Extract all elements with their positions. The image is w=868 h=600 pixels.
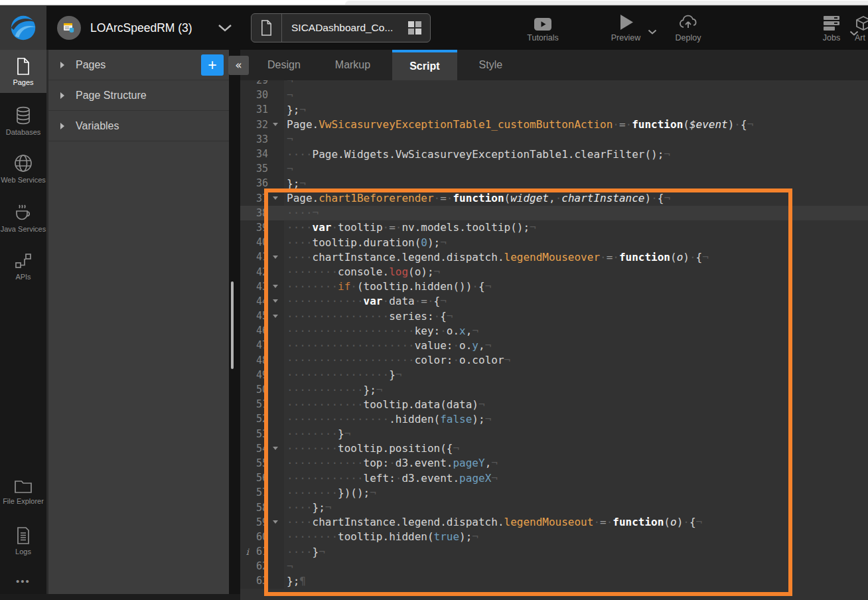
code-line-56[interactable]: 56············left:·d3.event.pageX¬ (240, 471, 868, 485)
caret-right-icon (60, 92, 64, 99)
line-number: 57 (249, 487, 268, 498)
code-line-60[interactable]: 60········tooltip.hidden(true);¬ (240, 530, 868, 544)
code-line-57[interactable]: 57········})();¬ (240, 485, 868, 500)
code-text: ········if·(tooltip.hidden())·{¬ (284, 280, 491, 293)
code-line-41[interactable]: 41····chartInstance.legend.dispatch.lege… (240, 250, 868, 264)
tab-style[interactable]: Style (467, 50, 516, 80)
code-line-59[interactable]: 59····chartInstance.legend.dispatch.lege… (240, 515, 868, 530)
sidebar-item-java-services[interactable]: Java Services (0, 197, 46, 239)
tab-script[interactable]: Script (392, 50, 457, 80)
fold-arrow-icon[interactable] (268, 315, 283, 318)
sidebar-item-file-explorer[interactable]: File Explorer (0, 472, 46, 511)
preview-chevron-icon[interactable] (648, 29, 657, 35)
browser-edge-strip (0, 0, 868, 5)
code-text: ················series:·{¬ (284, 310, 453, 323)
code-line-40[interactable]: 40····tooltip.duration(0);¬ (240, 235, 868, 250)
code-line-46[interactable]: 46····················key:·o.x,¬ (240, 323, 868, 338)
bottom-edge-strip (0, 594, 240, 600)
fold-arrow-icon[interactable] (268, 299, 283, 303)
java-services-icon (0, 202, 46, 222)
code-line-49[interactable]: 49················}¬ (240, 368, 868, 382)
code-line-63[interactable]: 63};¶ (240, 573, 868, 588)
code-line-50[interactable]: 50············};¬ (240, 382, 868, 397)
code-line-52[interactable]: 52················.hidden(false);¬ (240, 412, 868, 426)
line-number: 34 (249, 148, 268, 160)
code-line-32[interactable]: 32Page.VwSicasurveyExceptionTable1_custo… (240, 117, 868, 132)
fold-arrow-icon[interactable] (268, 123, 283, 126)
fold-arrow-icon[interactable] (268, 196, 283, 200)
code-text: ¬ (284, 133, 293, 145)
project-switcher[interactable]: LOArcSpeedRM (3) (57, 6, 232, 50)
code-line-58[interactable]: 58····};¬ (240, 500, 868, 514)
line-number: 55 (249, 457, 268, 469)
deploy-button[interactable]: Deploy (665, 12, 711, 42)
jobs-button[interactable]: Jobs (808, 12, 855, 42)
artifacts-button-partial[interactable]: Art (855, 12, 868, 42)
preview-button[interactable]: Preview (603, 12, 649, 42)
code-line-42[interactable]: 42········console.log(o);¬ (240, 264, 868, 279)
collapse-panel-button[interactable]: « (228, 56, 249, 75)
code-line-38[interactable]: 38····¬ (240, 206, 868, 220)
code-text: ····················color:·o.color¬ (284, 354, 510, 366)
code-line-47[interactable]: 47····················value:·o.y,¬ (240, 338, 868, 352)
code-line-30[interactable]: 30¬ (240, 88, 868, 102)
code-text: Page.VwSicasurveyExceptionTable1_customB… (284, 118, 753, 131)
code-line-39[interactable]: 39····var·tooltip·=·nv.models.tooltip();… (240, 220, 868, 235)
sidebar-item-pages[interactable]: Pages (0, 50, 46, 93)
editor-tabbar: Design Markup Script Style (240, 50, 868, 80)
code-text: ¬ (284, 560, 293, 573)
page-doc-icon (252, 14, 282, 42)
sidebar-item-databases[interactable]: Databases (0, 100, 46, 142)
code-text: };¶ (284, 575, 306, 587)
code-line-55[interactable]: 55············top:·d3.event.pageY,¬ (240, 456, 868, 471)
line-number: 54 (249, 443, 268, 455)
caret-right-icon (60, 62, 64, 68)
script-editor[interactable]: 29¬30¬31};¬32Page.VwSicasurveyExceptionT… (240, 80, 868, 600)
tutorials-button[interactable]: Tutorials (520, 12, 566, 42)
panel-section-page-structure[interactable]: Page Structure (48, 80, 229, 111)
code-line-34[interactable]: 34····Page.Widgets.VwSicasurveyException… (240, 147, 868, 161)
code-line-31[interactable]: 31};¬ (240, 102, 868, 117)
line-number: 49 (249, 369, 268, 381)
code-line-33[interactable]: 33¬ (240, 132, 868, 147)
code-line-51[interactable]: 51············tooltip.data(data)¬ (240, 397, 868, 412)
panel-pages-label: Pages (76, 59, 106, 71)
code-line-36[interactable]: 36};¬ (240, 176, 868, 190)
code-text: ····¬ (284, 206, 319, 219)
code-text: ········tooltip.hidden(true);¬ (284, 530, 478, 543)
fold-arrow-icon[interactable] (268, 256, 283, 259)
web-services-label: Web Services (0, 176, 46, 185)
code-line-37[interactable]: 37Page.chart1Beforerender·=·function(wid… (240, 191, 868, 206)
tab-markup[interactable]: Markup (323, 50, 383, 80)
panel-scrollbar-thumb[interactable] (231, 281, 234, 369)
tab-design[interactable]: Design (255, 50, 313, 80)
sidebar-item-logs[interactable]: Logs (0, 521, 46, 562)
fold-arrow-icon[interactable] (268, 285, 283, 288)
sidebar-more-button[interactable]: ••• (0, 573, 46, 589)
add-page-button[interactable]: + (201, 54, 224, 76)
code-text: ············tooltip.data(data)¬ (284, 398, 485, 411)
panel-section-pages[interactable]: Pages + (48, 50, 229, 80)
code-line-43[interactable]: 43········if·(tooltip.hidden())·{¬ (240, 279, 868, 294)
wavemaker-logo[interactable] (0, 6, 46, 50)
code-text: ····chartInstance.legend.dispatch.legend… (284, 251, 709, 263)
page-selector[interactable]: SICADashboard_Co... (251, 13, 431, 42)
code-line-45[interactable]: 45················series:·{¬ (240, 309, 868, 323)
code-line-54[interactable]: 54········tooltip.position({¬ (240, 441, 868, 456)
code-text: ····var·tooltip·=·nv.models.tooltip();¬ (284, 221, 536, 234)
code-line-35[interactable]: 35¬ (240, 161, 868, 176)
code-line-29[interactable]: 29¬ (240, 80, 868, 88)
code-line-53[interactable]: 53········}¬ (240, 427, 868, 441)
fold-arrow-icon[interactable] (268, 447, 283, 450)
fold-arrow-icon[interactable] (268, 520, 283, 524)
code-line-62[interactable]: 62¬ (240, 559, 868, 573)
grid-icon[interactable] (407, 21, 430, 35)
sidebar-item-apis[interactable]: APIs (0, 246, 46, 287)
code-line-48[interactable]: 48····················color:·o.color¬ (240, 353, 868, 368)
code-line-44[interactable]: 44············var·data·=·{¬ (240, 294, 868, 309)
info-icon[interactable]: i (240, 547, 249, 557)
line-number: 62 (249, 560, 268, 572)
panel-section-variables[interactable]: Variables (48, 111, 229, 141)
code-line-61[interactable]: i61····}¬ (240, 544, 868, 559)
sidebar-item-web-services[interactable]: Web Services (0, 148, 46, 190)
